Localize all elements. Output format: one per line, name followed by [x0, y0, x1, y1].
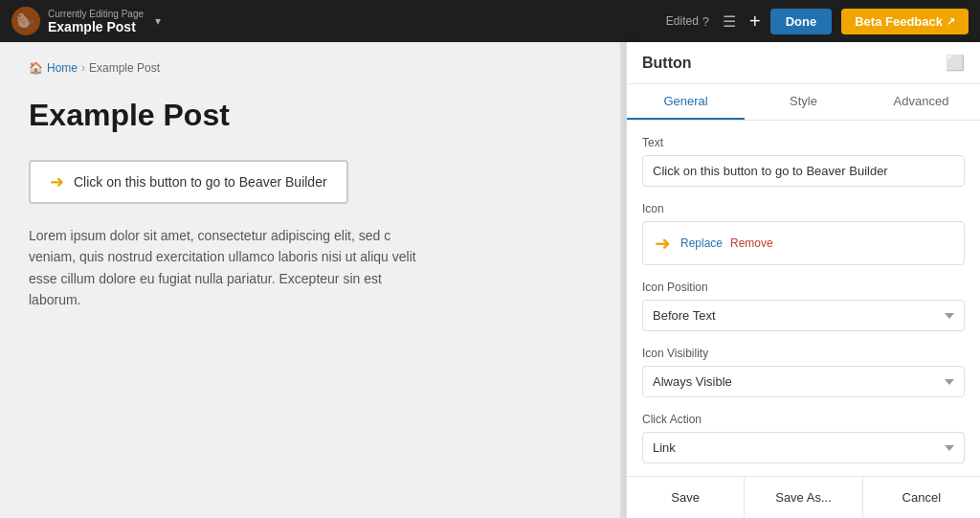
add-icon[interactable]: + — [749, 11, 761, 33]
text-label: Text — [642, 136, 965, 149]
cancel-button[interactable]: Cancel — [863, 477, 980, 518]
minimize-icon[interactable]: ⬜ — [946, 54, 965, 72]
text-field-group: Text — [642, 136, 965, 187]
tab-style[interactable]: Style — [745, 84, 862, 120]
page-button[interactable]: ➜ Click on this button to go to Beaver B… — [29, 160, 348, 204]
click-action-label: Click Action — [642, 413, 965, 426]
click-action-select[interactable]: Link Lightbox Scroll — [642, 432, 965, 463]
page-button-wrap: ➜ Click on this button to go to Beaver B… — [29, 160, 591, 204]
page-heading: Example Post — [29, 98, 591, 133]
topbar-page-title: Example Post — [48, 19, 144, 34]
edited-status: Edited ? — [666, 14, 709, 29]
icon-field-group: Icon ➜ Replace Remove — [642, 202, 965, 265]
lorem-text: Lorem ipsum dolor sit amet, consectetur … — [29, 225, 431, 311]
icon-position-select[interactable]: Before Text After Text — [642, 300, 965, 331]
topbar-subtitle: Currently Editing Page — [48, 9, 144, 19]
avatar: 🦫 — [11, 7, 40, 35]
icon-position-field-group: Icon Position Before Text After Text — [642, 281, 965, 331]
panel-title: Button — [642, 55, 692, 72]
tab-general[interactable]: General — [627, 84, 745, 120]
icon-preview: ➜ — [655, 232, 671, 255]
icon-visibility-label: Icon Visibility — [642, 347, 965, 360]
breadcrumb-current: Example Post — [89, 61, 160, 75]
icon-replace-button[interactable]: Replace — [680, 236, 723, 250]
help-icon: ? — [702, 14, 709, 29]
breadcrumb: 🏠 Home › Example Post — [29, 61, 591, 75]
done-button[interactable]: Done — [770, 9, 833, 34]
topbar-title-block: Currently Editing Page Example Post — [48, 9, 144, 34]
icon-visibility-select[interactable]: Always Visible Hidden — [642, 366, 965, 397]
external-link-icon: ↗ — [947, 15, 955, 28]
icon-remove-button[interactable]: Remove — [730, 236, 773, 250]
icon-field: ➜ Replace Remove — [642, 221, 965, 265]
click-action-field-group: Click Action Link Lightbox Scroll — [642, 413, 965, 463]
page-button-text: Click on this button to go to Beaver Bui… — [74, 174, 327, 190]
chevron-down-icon[interactable]: ▾ — [155, 14, 161, 28]
panel-tabs: General Style Advanced — [627, 84, 980, 121]
topbar: 🦫 Currently Editing Page Example Post ▾ … — [0, 0, 980, 42]
save-as-button[interactable]: Save As... — [745, 477, 862, 518]
topbar-left: 🦫 Currently Editing Page Example Post ▾ — [11, 7, 161, 35]
icon-actions: Replace Remove — [680, 236, 773, 250]
main-layout: 🏠 Home › Example Post Example Post ➜ Cli… — [0, 42, 980, 518]
icon-position-label: Icon Position — [642, 281, 965, 294]
topbar-right: Edited ? ☰ + Done Beta Feedback ↗ — [666, 9, 969, 34]
breadcrumb-home[interactable]: Home — [47, 61, 78, 75]
text-input[interactable] — [642, 155, 965, 187]
icon-label: Icon — [642, 202, 965, 215]
tab-advanced[interactable]: Advanced — [862, 84, 980, 120]
menu-icon[interactable]: ☰ — [719, 9, 740, 34]
save-button[interactable]: Save — [627, 477, 745, 518]
icon-visibility-field-group: Icon Visibility Always Visible Hidden — [642, 347, 965, 397]
breadcrumb-separator: › — [81, 61, 85, 75]
home-icon: 🏠 — [29, 61, 43, 75]
arrow-circle-icon: ➜ — [50, 171, 64, 192]
panel-body: Text Icon ➜ Replace Remove Icon Position — [627, 121, 980, 476]
panel-header: Button ⬜ — [627, 42, 980, 84]
panel-footer: Save Save As... Cancel — [627, 476, 980, 518]
button-panel: Button ⬜ General Style Advanced Text — [626, 42, 980, 518]
page-canvas: 🏠 Home › Example Post Example Post ➜ Cli… — [0, 42, 620, 518]
beta-feedback-button[interactable]: Beta Feedback ↗ — [841, 9, 969, 34]
